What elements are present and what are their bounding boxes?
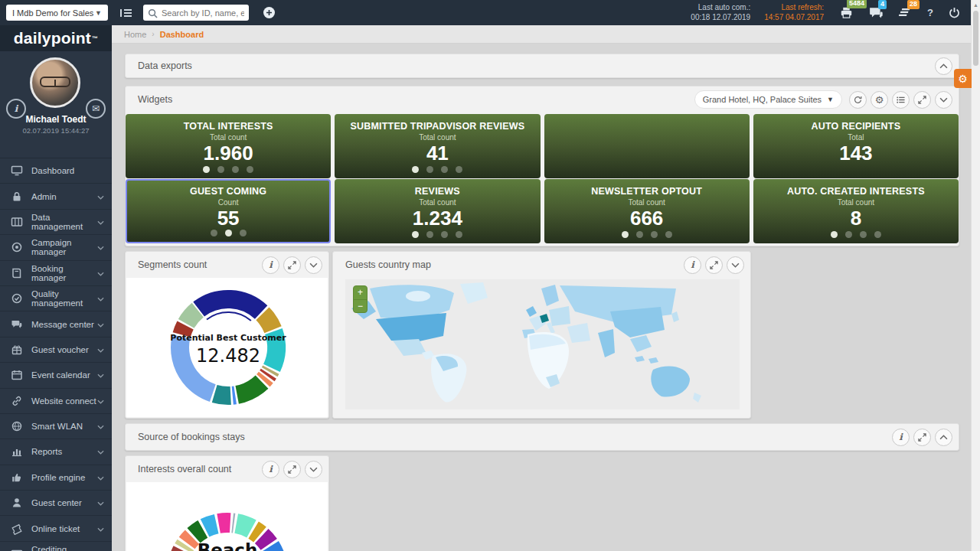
sidebar-item-online-ticket[interactable]: Online ticket (0, 516, 112, 541)
expand-icon[interactable] (283, 461, 301, 478)
pagination-dot[interactable] (636, 231, 643, 238)
pagination-dot[interactable] (860, 231, 867, 238)
pagination-dot[interactable] (441, 166, 448, 173)
menu-toggle-icon[interactable] (120, 8, 132, 18)
pagination-dot[interactable] (247, 166, 253, 173)
sidebar-item-reports[interactable]: Reports (0, 439, 112, 465)
sidebar-item-quality-management[interactable]: Quality management (0, 286, 112, 311)
sidebar-item-guest-voucher[interactable]: Guest voucher (0, 337, 112, 363)
collapse-chevron-up-icon[interactable] (935, 57, 952, 75)
pagination-dot[interactable] (665, 231, 672, 238)
pagination-dot[interactable] (240, 230, 247, 236)
sidebar-item-data-management[interactable]: Data management (0, 210, 112, 235)
pagination-dot[interactable] (412, 231, 419, 238)
collapse-chevron-down-icon[interactable] (305, 461, 322, 478)
world-map[interactable]: + − (345, 279, 740, 409)
ticket-icon (11, 523, 23, 535)
sidebar-item-admin[interactable]: Admin (0, 184, 112, 209)
pagination-dot[interactable] (874, 231, 881, 238)
tile-value: 8 (753, 207, 959, 230)
pagination-dot[interactable] (426, 231, 433, 238)
tile-pagination-dots (544, 231, 750, 238)
sidebar-item-booking-manager[interactable]: Booking manager (0, 261, 112, 286)
info-icon[interactable]: i (892, 429, 910, 446)
tile-value: 1.960 (126, 142, 331, 165)
segments-donut-chart[interactable]: Potential Best Customer 12.482 (166, 285, 290, 412)
widget-tile-auto-recipients[interactable]: AUTO RECIPIENTSTotal143 (753, 114, 959, 178)
pagination-dot[interactable] (441, 231, 448, 238)
print-queue-icon[interactable]: 5484 (839, 6, 854, 19)
gear-icon[interactable]: ⚙ (871, 91, 888, 109)
interests-donut-chart[interactable]: Beach (147, 493, 308, 551)
chevron-down-icon (97, 345, 104, 354)
last-auto-communication: Last auto com.: 00:18 12.07.2019 (691, 3, 750, 22)
widget-tile-empty[interactable] (544, 114, 750, 178)
sidebar-item-label: Booking manager (31, 264, 97, 282)
add-icon[interactable] (263, 6, 276, 19)
info-icon[interactable]: i (262, 461, 279, 478)
org-selector-dropdown[interactable]: I Mdb Demo for Sales ▼ (6, 5, 108, 21)
info-icon[interactable]: i (262, 256, 279, 274)
power-icon[interactable] (949, 7, 960, 18)
expand-icon[interactable] (283, 256, 301, 274)
pagination-dot[interactable] (211, 230, 217, 236)
sidebar-item-guest-center[interactable]: Guest center (0, 491, 112, 516)
page-scrollbar[interactable]: ▲ (971, 0, 980, 551)
scroll-up-arrow-icon[interactable]: ▲ (972, 0, 980, 10)
scrollbar-thumb[interactable] (973, 11, 978, 66)
pagination-dot[interactable] (456, 166, 462, 173)
content: Data exports Widgets Grand Hotel, HQ, Pa… (112, 44, 980, 551)
breadcrumb-home[interactable]: Home (124, 30, 146, 39)
collapse-chevron-down-icon[interactable] (727, 256, 744, 274)
tile-subtitle: Total count (753, 198, 959, 207)
avatar[interactable] (30, 57, 80, 108)
sidebar-item-profile-engine[interactable]: Profile engine (0, 465, 112, 491)
pagination-dot[interactable] (831, 231, 838, 238)
hotel-selector-dropdown[interactable]: Grand Hotel, HQ, Palace Suites ▼ (694, 90, 842, 109)
pagination-dot[interactable] (426, 166, 433, 173)
widgets-panel: Widgets Grand Hotel, HQ, Palace Suites ▼… (125, 86, 959, 246)
expand-icon[interactable] (913, 91, 931, 109)
pagination-dot[interactable] (622, 231, 629, 238)
widget-tile-total-interests[interactable]: TOTAL INTERESTSTotal count1.960 (126, 114, 331, 178)
list-view-icon[interactable] (892, 91, 910, 109)
search-input[interactable] (143, 5, 249, 21)
collapse-chevron-up-icon[interactable] (935, 429, 952, 446)
pagination-dot[interactable] (651, 231, 658, 238)
tile-value: 41 (335, 142, 540, 165)
help-icon[interactable]: ? (927, 7, 933, 18)
map-zoom-in-button[interactable]: + (354, 286, 367, 300)
pagination-dot[interactable] (412, 166, 419, 173)
pagination-dot[interactable] (217, 166, 224, 173)
sidebar-item-label: Online ticket (31, 524, 80, 533)
collapse-chevron-down-icon[interactable] (935, 91, 952, 109)
pagination-dot[interactable] (232, 166, 239, 173)
widget-tile-submitted-tripadvisor-reviews[interactable]: SUBMITTED TRIPADVISOR REVIEWSTotal count… (335, 114, 540, 178)
expand-icon[interactable] (705, 256, 723, 274)
pagination-dot[interactable] (203, 166, 210, 173)
sidebar-item-website-connect[interactable]: Website connect (0, 389, 112, 414)
widget-tile-reviews[interactable]: REVIEWSTotal count1.234 (335, 179, 540, 243)
sidebar-item-dashboard[interactable]: Dashboard (0, 158, 112, 184)
pagination-dot[interactable] (845, 231, 852, 238)
map-zoom-out-button[interactable]: − (354, 300, 367, 313)
breadcrumb-current[interactable]: Dashboard (160, 30, 204, 39)
widget-tile-auto-created-interests[interactable]: AUTO. CREATED INTERESTSTotal count8 (753, 179, 959, 243)
interests-chart-body: Beach (126, 482, 328, 551)
sidebar-item-message-center[interactable]: Message center (0, 311, 112, 337)
tasks-stack-icon[interactable]: 28 (898, 7, 912, 18)
info-icon[interactable]: i (684, 256, 701, 274)
sidebar-item-crediting-process[interactable]: Crediting process (0, 542, 112, 551)
pagination-dot[interactable] (456, 231, 462, 238)
pagination-dot[interactable] (225, 230, 232, 236)
sidebar-item-campaign-manager[interactable]: Campaign manager (0, 235, 112, 260)
messages-icon[interactable]: 4 (869, 7, 883, 18)
sidebar-item-event-calendar[interactable]: Event calendar (0, 363, 112, 388)
widget-tile-newsletter-optout[interactable]: NEWSLETTER OPTOUTTotal count666 (544, 179, 750, 243)
refresh-icon[interactable] (849, 91, 867, 109)
collapse-chevron-down-icon[interactable] (305, 256, 322, 274)
sidebar-item-smart-wlan[interactable]: Smart WLAN (0, 414, 112, 439)
widget-tile-guest-coming[interactable]: GUEST COMINGCount55 (126, 179, 331, 243)
settings-flyout-button[interactable]: ⚙ (954, 69, 972, 88)
expand-icon[interactable] (913, 429, 931, 446)
